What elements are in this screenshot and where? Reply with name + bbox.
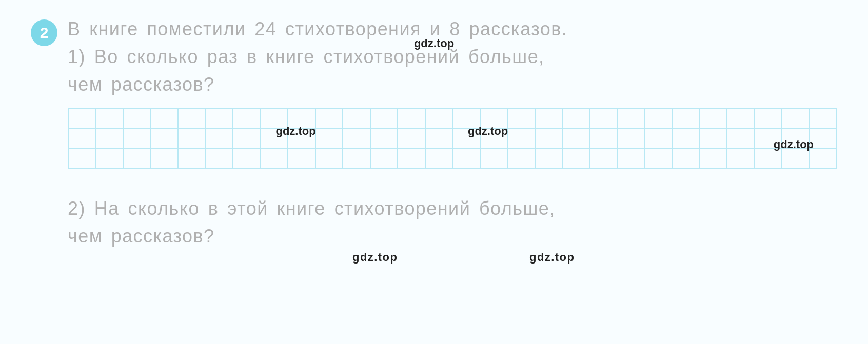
grid-cell xyxy=(617,149,645,169)
watermark-sub-2: gdz.top xyxy=(529,249,575,266)
grid-cell xyxy=(96,128,124,148)
grid-cell xyxy=(288,108,315,128)
grid-cell xyxy=(123,108,151,128)
grid-cell xyxy=(507,108,535,128)
grid-cell xyxy=(452,108,480,128)
grid-cell xyxy=(151,108,179,128)
grid-cell xyxy=(343,149,370,169)
watermark-sub-1: gdz.top xyxy=(352,249,398,266)
grid-cell xyxy=(425,149,453,169)
grid-cell xyxy=(782,108,810,128)
grid-cell xyxy=(151,149,179,169)
grid-cell xyxy=(672,108,700,128)
grid-cell xyxy=(151,128,179,148)
grid-cell xyxy=(206,149,233,169)
grid-cell xyxy=(727,108,755,128)
grid-cell xyxy=(755,108,782,128)
grid-cell xyxy=(672,128,700,148)
grid-cell xyxy=(261,108,288,128)
grid-cell xyxy=(343,128,370,148)
grid-cell xyxy=(123,128,151,148)
grid-cell xyxy=(96,149,124,169)
grid-cell xyxy=(535,149,563,169)
grid-cell xyxy=(810,149,837,169)
question-block: 2 В книге поместили 24 стихотворения и 8… xyxy=(31,15,837,250)
grid-cell xyxy=(755,149,782,169)
grid-cell xyxy=(288,128,315,148)
grid-cell xyxy=(123,149,151,169)
grid-cell xyxy=(727,149,755,169)
grid-cell xyxy=(507,128,535,148)
grid-cell xyxy=(68,149,96,169)
grid-cell xyxy=(425,128,453,148)
answer-grid: gdz.top gdz.top gdz.top xyxy=(68,108,837,169)
grid-cell xyxy=(315,108,343,128)
grid-cell xyxy=(645,108,673,128)
grid-cell xyxy=(370,149,398,169)
page-container: gdz.top 2 В книге поместили 24 стихотвор… xyxy=(0,0,868,344)
grid-cell xyxy=(562,108,590,128)
grid-cell xyxy=(261,128,288,148)
grid-cell xyxy=(315,128,343,148)
grid-cell xyxy=(590,108,618,128)
grid-cell xyxy=(68,108,96,128)
grid-cell xyxy=(700,108,727,128)
grid-cell xyxy=(178,108,206,128)
grid-cell xyxy=(480,108,508,128)
grid-cell xyxy=(727,128,755,148)
grid-cell xyxy=(617,108,645,128)
grid-cell xyxy=(590,128,618,148)
grid-cell xyxy=(480,128,508,148)
question-header: 2 В книге поместили 24 стихотворения и 8… xyxy=(31,15,837,98)
grid-cell xyxy=(425,108,453,128)
grid-cell xyxy=(590,149,618,169)
grid-cell xyxy=(452,149,480,169)
grid-cell xyxy=(452,128,480,148)
grid-cell xyxy=(617,128,645,148)
grid-cell xyxy=(507,149,535,169)
grid-cell xyxy=(810,128,837,148)
sub-question-2: 2) На сколько в этой книге стихотворений… xyxy=(68,195,837,250)
grid-cell xyxy=(178,149,206,169)
grid-cell xyxy=(261,149,288,169)
grid-cell xyxy=(810,108,837,128)
grid-cell xyxy=(343,108,370,128)
grid-cell xyxy=(206,108,233,128)
grid-cell xyxy=(288,149,315,169)
grid-cell xyxy=(645,149,673,169)
grid-cell xyxy=(233,108,261,128)
grid-cell xyxy=(398,128,425,148)
grid-cell xyxy=(96,108,124,128)
grid-cell xyxy=(398,108,425,128)
grid-cell xyxy=(535,128,563,148)
grid-cell xyxy=(398,149,425,169)
grid-cell xyxy=(68,128,96,148)
grid-cell xyxy=(480,149,508,169)
question-main-text: В книге поместили 24 стихотворения и 8 р… xyxy=(68,15,837,98)
grid-cell xyxy=(672,149,700,169)
grid-cell xyxy=(562,128,590,148)
grid-cell xyxy=(700,128,727,148)
grid-cell xyxy=(782,149,810,169)
grid-cell xyxy=(782,128,810,148)
grid-cell xyxy=(645,128,673,148)
grid-cell xyxy=(755,128,782,148)
grid-cell xyxy=(562,149,590,169)
grid-cell xyxy=(233,149,261,169)
question-number: 2 xyxy=(31,19,57,46)
grid-cell xyxy=(315,149,343,169)
grid-cell xyxy=(370,128,398,148)
grid-cell xyxy=(700,149,727,169)
grid-cell xyxy=(178,128,206,148)
grid-cell xyxy=(206,128,233,148)
grid-cell xyxy=(535,108,563,128)
grid-cell xyxy=(233,128,261,148)
grid-cell xyxy=(370,108,398,128)
